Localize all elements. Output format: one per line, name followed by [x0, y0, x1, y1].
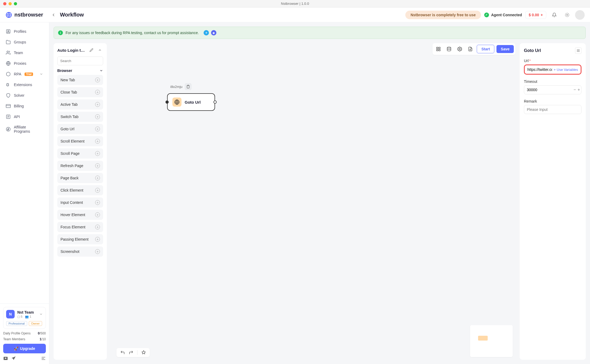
action-item-focus-element[interactable]: Focus Element+: [57, 222, 103, 232]
telegram-link-icon[interactable]: ✈: [204, 30, 209, 35]
sidebar-item-proxies[interactable]: Proxies: [2, 58, 47, 69]
svg-rect-18: [439, 50, 440, 51]
sidebar-item-solver[interactable]: Solver: [2, 90, 47, 101]
add-action-button[interactable]: +: [95, 176, 100, 180]
balance-button[interactable]: $ 0.00 +: [525, 11, 546, 19]
workflow-node-goto-url[interactable]: i8o2mju Goto Url: [167, 93, 215, 111]
grid-view-button[interactable]: [434, 45, 443, 53]
team-card[interactable]: N Nst Team ▢ 5 👥 1 Professional Owner: [3, 307, 46, 329]
add-action-button[interactable]: +: [95, 225, 100, 229]
team-avatar: N: [6, 310, 15, 318]
collapse-panel-button[interactable]: [97, 47, 103, 53]
agent-status: ✓ Agent Connected: [484, 13, 522, 17]
save-button[interactable]: Save: [496, 45, 514, 53]
auto-layout-button[interactable]: [141, 350, 146, 355]
timeout-input[interactable]: [527, 88, 573, 92]
logo[interactable]: nstbrowser: [5, 11, 49, 18]
upgrade-button[interactable]: 🚀 Upgrade: [3, 344, 46, 353]
redo-button[interactable]: [129, 350, 134, 355]
sidebar-item-groups[interactable]: Groups: [2, 37, 47, 47]
add-action-button[interactable]: +: [95, 114, 100, 119]
sidebar-item-profiles[interactable]: Profiles: [2, 26, 47, 37]
props-menu-button[interactable]: [575, 47, 581, 54]
url-input[interactable]: [527, 67, 552, 72]
add-action-button[interactable]: +: [95, 188, 100, 193]
action-item-click-element[interactable]: Click Element+: [57, 185, 103, 195]
action-label: Refresh Page: [60, 164, 83, 168]
notifications-button[interactable]: [549, 10, 559, 20]
action-item-switch-tab[interactable]: Switch Tab+: [57, 112, 103, 122]
database-button[interactable]: [445, 45, 453, 53]
action-item-new-tab[interactable]: New Tab+: [57, 75, 103, 85]
add-action-button[interactable]: +: [95, 78, 100, 82]
delete-node-button[interactable]: [185, 83, 192, 90]
action-item-input-content[interactable]: Input Content+: [57, 197, 103, 208]
category-browser[interactable]: Browser: [57, 68, 103, 73]
action-item-goto-url[interactable]: Goto Url+: [57, 124, 103, 134]
discord-icon[interactable]: [3, 356, 8, 361]
action-label: Input Content: [60, 200, 83, 205]
action-item-close-tab[interactable]: Close Tab+: [57, 87, 103, 97]
use-variables-link[interactable]: + Use Variables: [554, 68, 578, 72]
add-action-button[interactable]: +: [95, 163, 100, 168]
action-item-screenshot[interactable]: Screenshot+: [57, 246, 103, 257]
close-window-button[interactable]: [3, 2, 6, 5]
settings-button[interactable]: [455, 45, 464, 53]
timeout-decrement[interactable]: −: [573, 88, 576, 92]
add-action-button[interactable]: +: [95, 127, 100, 131]
team-profiles-icon: ▢ 5: [17, 315, 22, 318]
add-action-button[interactable]: +: [95, 237, 100, 242]
telegram-icon[interactable]: [11, 356, 16, 361]
left-sidebar: ProfilesGroupsTeamProxiesRPATrialExtensi…: [0, 22, 49, 364]
add-action-button[interactable]: +: [95, 212, 100, 217]
add-action-button[interactable]: +: [95, 200, 100, 205]
puzzle-icon: [6, 82, 11, 87]
add-action-button[interactable]: +: [95, 139, 100, 144]
sidebar-item-api[interactable]: API: [2, 111, 47, 122]
settings-button[interactable]: [562, 10, 572, 20]
action-item-passing-element[interactable]: Passing Element+: [57, 234, 103, 244]
back-button[interactable]: [49, 11, 58, 19]
action-item-refresh-page[interactable]: Refresh Page+: [57, 161, 103, 171]
edit-name-button[interactable]: [88, 47, 95, 53]
action-item-hover-element[interactable]: Hover Element+: [57, 210, 103, 220]
logo-icon: [5, 11, 12, 18]
workflow-canvas[interactable]: Start Save i8o2mju Goto Url: [111, 43, 515, 360]
sidebar-item-rpa[interactable]: RPATrial: [2, 69, 47, 79]
discord-link-icon[interactable]: ◉: [211, 30, 216, 35]
remark-label: Remark: [524, 99, 581, 103]
user-avatar[interactable]: [575, 10, 585, 20]
sidebar-item-extensions[interactable]: Extensions: [2, 79, 47, 90]
cube-icon: [6, 72, 11, 76]
input-port[interactable]: [165, 100, 169, 104]
minimize-window-button[interactable]: [9, 2, 12, 5]
collapse-sidebar-icon[interactable]: [41, 356, 46, 361]
profiles-icon: [6, 29, 11, 34]
notes-button[interactable]: [466, 45, 475, 53]
logo-text: nstbrowser: [14, 12, 43, 18]
sidebar-item-affiliate-programs[interactable]: Affiliate Programs: [2, 122, 47, 136]
action-label: Active Tab: [60, 102, 78, 107]
add-action-button[interactable]: +: [95, 249, 100, 254]
svg-point-4: [8, 30, 9, 32]
output-port[interactable]: [213, 100, 217, 104]
action-item-active-tab[interactable]: Active Tab+: [57, 99, 103, 110]
timeout-increment[interactable]: +: [577, 88, 580, 92]
start-button[interactable]: Start: [477, 45, 494, 53]
maximize-window-button[interactable]: [14, 2, 17, 5]
search-input[interactable]: [57, 56, 103, 65]
undo-button[interactable]: [120, 350, 125, 355]
action-item-scroll-page[interactable]: Scroll Page+: [57, 148, 103, 159]
add-action-button[interactable]: +: [95, 151, 100, 156]
url-input-highlighted: + Use Variables: [524, 64, 581, 75]
minimap[interactable]: [470, 325, 513, 357]
remark-input[interactable]: [524, 105, 581, 114]
svg-point-5: [7, 51, 9, 52]
svg-point-2: [567, 14, 568, 15]
sidebar-item-billing[interactable]: Billing: [2, 101, 47, 111]
add-action-button[interactable]: +: [95, 90, 100, 95]
action-item-page-back[interactable]: Page Back+: [57, 173, 103, 183]
action-item-scroll-element[interactable]: Scroll Element+: [57, 136, 103, 146]
add-action-button[interactable]: +: [95, 102, 100, 107]
sidebar-item-team[interactable]: Team: [2, 47, 47, 58]
